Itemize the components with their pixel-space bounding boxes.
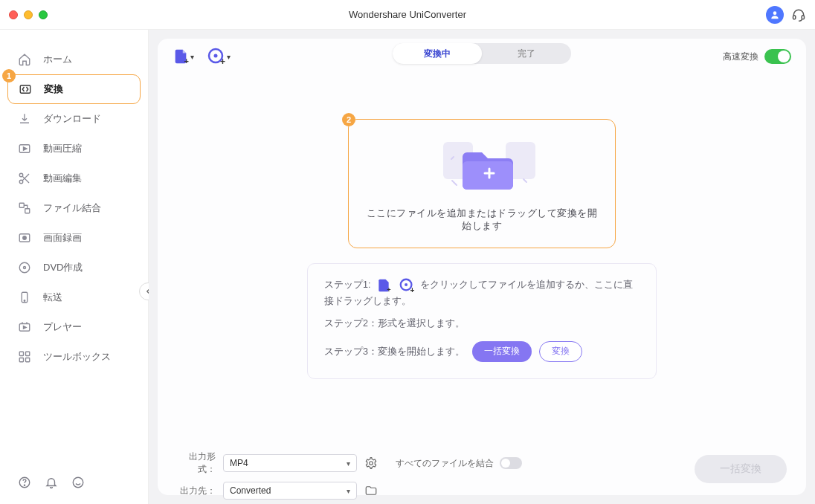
sidebar-item-dvd[interactable]: DVD作成 bbox=[0, 253, 148, 282]
sidebar-item-home[interactable]: ホーム bbox=[0, 45, 148, 74]
svg-point-12 bbox=[19, 262, 30, 273]
toolbar-right: 高速変換 bbox=[723, 49, 791, 64]
toolbar: + ▾ + ▾ 変換中 完了 高速変換 bbox=[158, 39, 806, 74]
output-format-value: MP4 bbox=[230, 458, 248, 468]
add-disc-button[interactable]: + ▾ bbox=[207, 48, 231, 65]
settings-gear-icon[interactable] bbox=[364, 456, 378, 470]
svg-rect-8 bbox=[19, 203, 24, 207]
sidebar-item-label: DVD作成 bbox=[43, 261, 83, 274]
titlebar-right bbox=[766, 6, 806, 24]
svg-rect-19 bbox=[26, 352, 30, 355]
chevron-down-icon: ▾ bbox=[347, 487, 350, 495]
sidebar-item-label: 転送 bbox=[43, 291, 62, 304]
chevron-down-icon: ▾ bbox=[347, 459, 350, 468]
chevron-down-icon: ▾ bbox=[190, 53, 194, 61]
svg-rect-3 bbox=[20, 85, 30, 94]
main-card: + ▾ + ▾ 変換中 完了 高速変換 2 bbox=[158, 39, 806, 495]
step-3: ステップ3：変換を開始します。 一括変換 変換 bbox=[324, 341, 640, 362]
sidebar-item-toolbox[interactable]: ツールボックス bbox=[0, 342, 148, 372]
tab-converting[interactable]: 変換中 bbox=[393, 43, 482, 64]
svg-point-35 bbox=[370, 462, 373, 465]
help-icon[interactable] bbox=[18, 476, 31, 489]
record-icon bbox=[18, 231, 31, 245]
minimize-window-icon[interactable] bbox=[24, 10, 33, 19]
sidebar-item-label: ホーム bbox=[43, 53, 72, 66]
svg-point-24 bbox=[73, 477, 83, 488]
svg-point-33 bbox=[405, 283, 408, 286]
svg-rect-9 bbox=[25, 209, 30, 213]
add-file-button[interactable]: + ▾ bbox=[173, 48, 194, 65]
content-area: 2 ここにファイルを追加またはドラッグして変換を開始します bbox=[158, 74, 806, 445]
window-controls bbox=[9, 10, 48, 19]
svg-marker-17 bbox=[24, 326, 27, 329]
file-dropzone[interactable]: 2 ここにファイルを追加またはドラッグして変換を開始します bbox=[348, 119, 616, 248]
player-icon bbox=[18, 320, 31, 334]
scissors-icon bbox=[18, 172, 31, 185]
sidebar-item-label: 動画圧縮 bbox=[43, 142, 82, 155]
sidebar-item-label: ファイル結合 bbox=[43, 201, 101, 215]
tab-done[interactable]: 完了 bbox=[482, 43, 571, 64]
disc-plus-icon: + bbox=[207, 48, 225, 65]
sidebar-item-convert[interactable]: 1 変換 bbox=[7, 74, 141, 104]
output-dest-value: Converted bbox=[230, 485, 271, 496]
step3-text: ステップ3：変換を開始します。 bbox=[324, 344, 465, 359]
step-1: ステップ1: + + をクリックしてファイルを追加するか、ここに直接ドラッグしま… bbox=[324, 277, 640, 308]
bell-icon[interactable] bbox=[45, 476, 58, 489]
sidebar-item-label: プレヤー bbox=[43, 320, 82, 334]
output-format-select[interactable]: MP4 ▾ bbox=[223, 454, 357, 472]
sidebar-item-record[interactable]: 画面録画 bbox=[0, 223, 148, 253]
grid-icon bbox=[18, 350, 31, 364]
footer-bar: 出力形式： MP4 ▾ すべてのファイルを結合 出力先： Converted bbox=[158, 445, 806, 495]
svg-point-27 bbox=[214, 54, 218, 58]
convert-button[interactable]: 変換 bbox=[539, 341, 582, 362]
disc-plus-icon: + bbox=[399, 277, 415, 294]
main-area: + ▾ + ▾ 変換中 完了 高速変換 2 bbox=[149, 30, 815, 504]
compress-icon bbox=[18, 142, 31, 155]
svg-text:+: + bbox=[184, 56, 189, 65]
step1-suffix: をクリックしてファイルを追加するか、ここに直接ドラッグします。 bbox=[324, 280, 633, 306]
batch-convert-button[interactable]: 一括変換 bbox=[472, 341, 532, 362]
file-plus-icon: + bbox=[173, 48, 189, 65]
support-icon[interactable] bbox=[791, 7, 806, 22]
svg-point-11 bbox=[23, 236, 27, 240]
step-badge-1: 1 bbox=[2, 69, 16, 83]
svg-point-13 bbox=[24, 267, 26, 269]
svg-rect-20 bbox=[19, 358, 23, 362]
sidebar-item-download[interactable]: ダウンロード bbox=[0, 104, 148, 134]
step1-icons: + + bbox=[376, 277, 415, 294]
svg-point-15 bbox=[24, 300, 25, 302]
svg-marker-5 bbox=[24, 147, 28, 151]
convert-icon bbox=[19, 83, 32, 96]
maximize-window-icon[interactable] bbox=[39, 10, 48, 19]
folder-plus-icon bbox=[437, 135, 526, 194]
step1-prefix: ステップ1: bbox=[324, 280, 370, 290]
merge-toggle-block: すべてのファイルを結合 bbox=[396, 457, 522, 470]
svg-point-23 bbox=[24, 485, 25, 485]
steps-panel: ステップ1: + + をクリックしてファイルを追加するか、ここに直接ドラッグしま… bbox=[307, 263, 657, 379]
sidebar-list: ホーム 1 変換 ダウンロード 動画圧縮 動画編集 ファイル結合 bbox=[0, 45, 148, 476]
open-folder-icon[interactable] bbox=[364, 484, 378, 497]
svg-point-6 bbox=[19, 173, 23, 177]
sidebar-item-transfer[interactable]: 転送 bbox=[0, 282, 148, 312]
sidebar-item-player[interactable]: プレヤー bbox=[0, 312, 148, 342]
sidebar-item-merge[interactable]: ファイル結合 bbox=[0, 193, 148, 223]
merge-toggle[interactable] bbox=[500, 457, 522, 469]
account-icon[interactable] bbox=[766, 6, 784, 24]
svg-rect-21 bbox=[26, 358, 30, 362]
close-window-icon[interactable] bbox=[9, 10, 18, 19]
file-plus-icon: + bbox=[376, 278, 391, 293]
titlebar: Wondershare UniConverter bbox=[0, 0, 815, 30]
sidebar-item-edit[interactable]: 動画編集 bbox=[0, 164, 148, 193]
output-dest-select[interactable]: Converted ▾ bbox=[223, 482, 357, 500]
high-speed-toggle[interactable] bbox=[764, 49, 791, 64]
home-icon bbox=[18, 53, 31, 66]
feedback-icon[interactable] bbox=[71, 476, 85, 489]
svg-point-0 bbox=[773, 11, 777, 15]
dropzone-text: ここにファイルを追加またはドラッグして変換を開始します bbox=[364, 207, 600, 233]
sidebar-item-compress[interactable]: 動画圧縮 bbox=[0, 134, 148, 164]
svg-rect-18 bbox=[19, 352, 23, 355]
sidebar-item-label: 変換 bbox=[44, 83, 63, 96]
output-dest-label: 出力先： bbox=[177, 485, 216, 497]
high-speed-label: 高速変換 bbox=[723, 51, 758, 63]
svg-point-7 bbox=[19, 180, 23, 184]
